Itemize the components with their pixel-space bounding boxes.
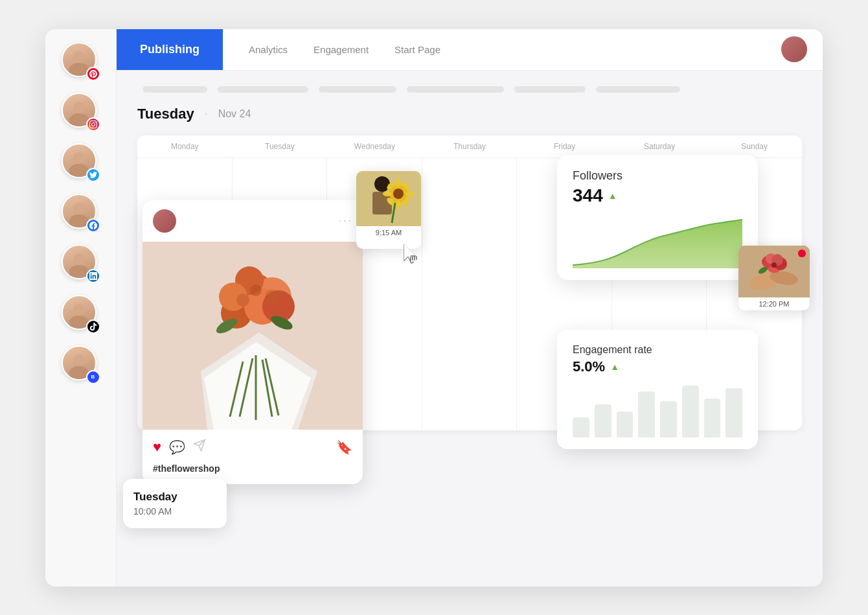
svg-point-17 xyxy=(250,284,262,296)
calendar-date-header: Tuesday · Nov 24 xyxy=(137,106,802,122)
post-card-left-actions: ♥ 💬 xyxy=(153,439,206,456)
skeleton-bar xyxy=(596,86,680,93)
scheduled-thumb-image xyxy=(356,171,421,226)
pinterest-badge xyxy=(86,67,100,81)
calendar-cell-thursday[interactable] xyxy=(422,158,518,430)
engagement-rate: 5.0% ▲ xyxy=(573,358,742,375)
followers-count: 344 ▲ xyxy=(573,185,742,206)
svg-point-47 xyxy=(771,262,777,268)
skeleton-section xyxy=(137,86,802,93)
engagement-title: Engagement rate xyxy=(573,344,742,356)
sidebar-account-instagram[interactable] xyxy=(62,93,100,132)
sidebar: B xyxy=(45,29,117,586)
sidebar-account-facebook[interactable] xyxy=(62,194,100,233)
day-label-thursday: Thursday xyxy=(422,142,518,151)
nav-start-page-tab[interactable]: Start Page xyxy=(394,44,440,55)
svg-point-27 xyxy=(396,200,401,209)
skeleton-bar xyxy=(143,86,207,93)
nav-analytics-tab[interactable]: Analytics xyxy=(249,44,288,55)
svg-point-25 xyxy=(393,189,404,199)
tiktok-badge xyxy=(86,319,100,334)
sidebar-account-twitter[interactable] xyxy=(62,143,100,182)
svg-point-29 xyxy=(405,191,414,196)
day-label-friday: Friday xyxy=(517,142,612,151)
comment-icon[interactable]: 💬 xyxy=(169,439,185,455)
day-label-monday: Monday xyxy=(137,142,233,151)
share-icon[interactable] xyxy=(193,439,206,455)
buffer-badge: B xyxy=(86,370,100,384)
engagement-bar xyxy=(595,404,611,437)
engagement-bar xyxy=(682,386,699,437)
engagement-bar xyxy=(704,399,721,437)
engagement-bar xyxy=(660,401,677,437)
followers-number: 344 xyxy=(573,185,603,206)
scheduled-thumb[interactable]: 9:15 AM xyxy=(356,171,421,249)
post-card[interactable]: ··· xyxy=(143,200,363,484)
followers-card[interactable]: Followers 344 ▲ xyxy=(557,155,758,280)
instagram-badge xyxy=(86,117,100,132)
svg-point-28 xyxy=(383,191,392,196)
engagement-bar xyxy=(638,391,655,437)
svg-point-16 xyxy=(236,294,249,307)
tuesday-card-time: 10:00 AM xyxy=(133,506,216,516)
svg-point-18 xyxy=(265,290,279,304)
skeleton-bar xyxy=(407,86,504,93)
extra-thumb-badge xyxy=(798,249,806,257)
followers-trend-icon: ▲ xyxy=(608,191,617,201)
engagement-bar xyxy=(573,417,589,437)
app-wrapper: B Publishing Analytics Engagement Start … xyxy=(45,29,823,586)
engagement-rate-value: 5.0% xyxy=(573,358,605,375)
engagement-trend-icon: ▲ xyxy=(610,362,619,372)
sidebar-account-tiktok[interactable] xyxy=(62,295,100,334)
twitter-badge xyxy=(86,168,100,182)
engagement-bar xyxy=(725,388,742,437)
day-label-saturday: Saturday xyxy=(612,142,707,151)
post-card-avatar xyxy=(153,209,176,233)
post-card-dots[interactable]: ··· xyxy=(339,214,352,227)
skeleton-bar xyxy=(319,86,396,93)
extra-thumb-image xyxy=(738,246,810,297)
calendar-day: Tuesday xyxy=(137,106,194,122)
nav-engagement-tab[interactable]: Engagement xyxy=(314,44,369,55)
post-card-image xyxy=(143,242,363,430)
extra-thumb-time: 12:20 PM xyxy=(738,297,810,310)
sidebar-account-buffer[interactable]: B xyxy=(62,345,100,384)
sidebar-account-linkedin[interactable] xyxy=(62,244,100,283)
calendar-area: Tuesday · Nov 24 Monday Tuesday Wednesda… xyxy=(117,71,823,586)
skeleton-bar xyxy=(218,86,308,93)
calendar-dot: · xyxy=(205,107,208,121)
engagement-card[interactable]: Engagement rate 5.0% ▲ xyxy=(557,330,758,449)
day-label-wednesday: Wednesday xyxy=(327,142,422,151)
post-card-header: ··· xyxy=(143,200,363,242)
followers-chart xyxy=(573,216,742,268)
svg-point-22 xyxy=(374,176,390,192)
nav-publishing-tab[interactable]: Publishing xyxy=(117,29,223,71)
engagement-bar xyxy=(617,412,634,437)
sidebar-account-pinterest[interactable] xyxy=(62,42,100,81)
tuesday-card-day: Tuesday xyxy=(133,491,216,504)
user-avatar[interactable] xyxy=(781,36,807,62)
main-content: Publishing Analytics Engagement Start Pa… xyxy=(117,29,823,586)
heart-icon[interactable]: ♥ xyxy=(153,439,161,456)
facebook-badge xyxy=(86,218,100,233)
scheduled-thumb-time: 9:15 AM xyxy=(356,226,421,239)
svg-point-26 xyxy=(396,178,401,187)
extra-thumbnail[interactable]: 12:20 PM xyxy=(738,246,810,310)
tuesday-card[interactable]: Tuesday 10:00 AM xyxy=(123,479,227,528)
linkedin-badge xyxy=(86,269,100,283)
followers-title: Followers xyxy=(573,169,742,183)
skeleton-bar xyxy=(514,86,586,93)
post-card-actions: ♥ 💬 🔖 xyxy=(143,430,363,459)
top-nav: Publishing Analytics Engagement Start Pa… xyxy=(117,29,823,71)
day-label-tuesday: Tuesday xyxy=(233,142,328,151)
calendar-full-date: Nov 24 xyxy=(218,108,251,120)
engagement-bars xyxy=(573,386,742,437)
day-label-sunday: Sunday xyxy=(707,142,802,151)
nav-items: Analytics Engagement Start Page xyxy=(223,44,781,55)
bookmark-icon[interactable]: 🔖 xyxy=(336,439,352,455)
